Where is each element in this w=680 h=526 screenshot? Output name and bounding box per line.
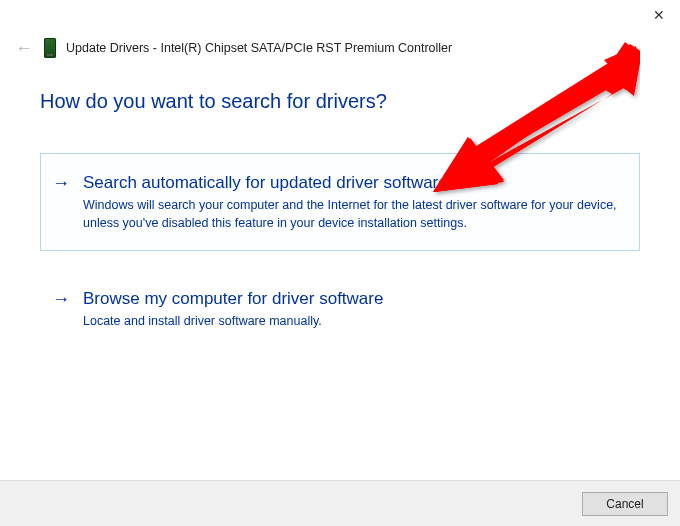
wizard-header: ← Update Drivers - Intel(R) Chipset SATA…: [0, 34, 680, 58]
window-title: Update Drivers - Intel(R) Chipset SATA/P…: [66, 41, 452, 55]
device-icon: [44, 38, 56, 58]
option-title: Browse my computer for driver software: [83, 288, 621, 310]
option-browse-computer[interactable]: → Browse my computer for driver software…: [40, 269, 640, 349]
option-title: Search automatically for updated driver …: [83, 172, 621, 194]
right-arrow-icon: →: [51, 172, 71, 194]
option-description: Locate and install driver software manua…: [83, 312, 621, 330]
option-body: Browse my computer for driver software L…: [83, 288, 621, 330]
option-description: Windows will search your computer and th…: [83, 196, 621, 232]
close-icon[interactable]: ✕: [650, 6, 668, 24]
wizard-footer: Cancel: [0, 480, 680, 526]
wizard-content: How do you want to search for drivers? →…: [0, 58, 680, 349]
right-arrow-icon: →: [51, 288, 71, 310]
option-body: Search automatically for updated driver …: [83, 172, 621, 232]
title-bar: ✕: [0, 0, 680, 34]
page-heading: How do you want to search for drivers?: [40, 90, 640, 113]
cancel-button[interactable]: Cancel: [582, 492, 668, 516]
back-arrow-icon[interactable]: ←: [14, 38, 34, 58]
option-search-automatically[interactable]: → Search automatically for updated drive…: [40, 153, 640, 251]
